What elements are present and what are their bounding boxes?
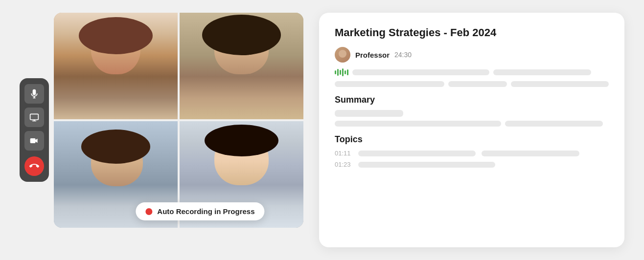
topics-row-2: 01:23	[335, 161, 609, 168]
summary-line-2	[335, 121, 501, 127]
topic-1-bar	[358, 151, 476, 156]
recording-text: Auto Recording in Progress	[157, 207, 254, 216]
video-cell-2	[180, 13, 303, 119]
summary-row-2	[335, 121, 609, 127]
topic-2-time: 01:23	[335, 161, 352, 168]
participant-2-video	[180, 13, 303, 119]
topics-row-1: 01:11	[335, 150, 609, 157]
summary-row-1	[335, 110, 609, 117]
topics-section-title: Topics	[335, 134, 609, 145]
video-panel: Auto Recording in Progress	[20, 13, 303, 247]
screen-share-button[interactable]	[24, 108, 44, 127]
transcript-row-2	[335, 81, 609, 87]
topic-2-bar	[358, 162, 495, 168]
summary-section-title: Summary	[335, 95, 609, 105]
topic-1-bar-2	[482, 151, 579, 156]
transcript-line-1	[352, 69, 489, 75]
end-call-button[interactable]	[24, 156, 44, 176]
summary-line-1	[335, 110, 403, 117]
transcript-line-4	[448, 81, 507, 87]
video-grid	[54, 13, 303, 228]
transcript-line-5	[511, 81, 609, 87]
transcript-line-3	[335, 81, 444, 87]
summary-line-3	[505, 121, 603, 127]
main-container: Auto Recording in Progress Marketing Str…	[0, 0, 644, 260]
recording-indicator	[145, 208, 152, 215]
speaker-row: Professor 24:30	[335, 47, 609, 63]
video-controls	[20, 78, 49, 182]
camera-button[interactable]	[24, 131, 44, 151]
mic-button[interactable]	[24, 84, 44, 104]
speaker-time: 24:30	[394, 51, 412, 59]
waveform-icon	[335, 68, 348, 76]
participant-1-video	[54, 13, 178, 119]
video-cell-1	[54, 13, 178, 119]
recording-badge: Auto Recording in Progress	[136, 202, 264, 220]
meeting-title: Marketing Strategies - Feb 2024	[335, 26, 609, 39]
speaker-avatar	[335, 47, 350, 63]
topic-1-time: 01:11	[335, 150, 352, 157]
waveform-row	[335, 68, 609, 76]
transcript-line-2	[493, 69, 591, 75]
speaker-name: Professor	[355, 51, 390, 59]
summary-panel: Marketing Strategies - Feb 2024 Professo…	[319, 13, 624, 247]
svg-rect-0	[30, 114, 39, 120]
